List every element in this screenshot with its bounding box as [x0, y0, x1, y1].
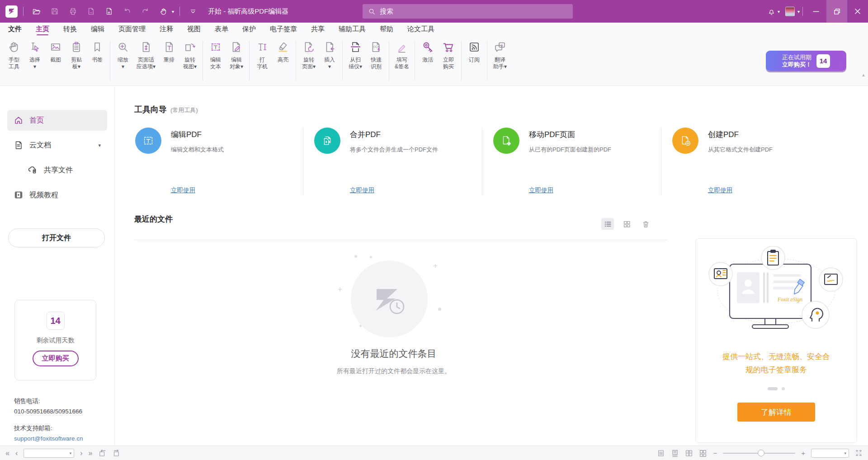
trial-caption: 剩余试用天数 [15, 337, 96, 345]
notifications-caret-icon[interactable]: ▾ [778, 9, 780, 14]
extract-page-icon[interactable] [83, 4, 99, 19]
minimize-button[interactable] [806, 0, 826, 23]
bookmark-button[interactable]: 书签 [87, 40, 108, 63]
menu-edit[interactable]: 编辑 [91, 25, 104, 33]
last-page-icon[interactable]: » [89, 450, 93, 457]
tool-card-merge-pdf[interactable]: 合并PDF 将多个文件合并生成一个PDF文件 立即使用 [303, 128, 482, 195]
snapshot-button[interactable]: 截图 [45, 40, 66, 63]
next-page-icon[interactable]: › [80, 450, 82, 457]
insert-pages-button[interactable]: 插入 ▾ [319, 40, 340, 70]
foxit-watermark-icon [368, 278, 410, 320]
open-file-button[interactable]: 打开文件 [8, 228, 105, 247]
menu-organize[interactable]: 页面管理 [118, 25, 146, 33]
use-now-link[interactable]: 立即使用 [350, 186, 374, 194]
zoom-slider[interactable] [723, 453, 795, 454]
chevron-down-icon[interactable]: ▾ [98, 142, 101, 148]
fit-page-button[interactable]: 页面适 应选项▾ [133, 40, 159, 70]
new-document-icon[interactable] [101, 4, 117, 19]
menu-view[interactable]: 视图 [187, 25, 201, 33]
menu-protect[interactable]: 保护 [242, 25, 256, 33]
trial-badge-line2: 立即购买！ [782, 61, 811, 68]
close-button[interactable] [847, 0, 868, 23]
previous-view-icon[interactable] [98, 449, 106, 457]
clear-recent-trash-button[interactable] [639, 218, 652, 230]
zoom-button[interactable]: 缩放 ▾ [113, 40, 133, 70]
menu-paper-tools[interactable]: 论文工具 [407, 25, 434, 33]
from-scanner-button[interactable]: 从扫 描仪▾ [345, 40, 366, 70]
fullscreen-icon[interactable] [855, 449, 863, 457]
menu-convert[interactable]: 转换 [63, 25, 77, 33]
zoom-out-button[interactable]: − [713, 449, 717, 457]
buy-now-pill-button[interactable]: 立即购买 [33, 351, 79, 366]
buy-now-button[interactable]: 立即 购买 [438, 40, 459, 70]
clipboard-button[interactable]: 剪贴 板▾ [66, 40, 87, 70]
menu-share[interactable]: 共享 [311, 25, 325, 33]
highlight-button[interactable]: 高亮 [273, 40, 293, 63]
print-icon[interactable] [65, 4, 80, 19]
divider [487, 41, 487, 81]
notifications-bell-icon[interactable] [764, 4, 779, 19]
menu-file[interactable]: 文件 [8, 25, 22, 33]
account-caret-icon[interactable]: ▾ [797, 9, 800, 14]
use-now-link[interactable]: 立即使用 [529, 186, 553, 194]
tool-card-create-pdf[interactable]: 创建PDF 从其它格式文件创建PDF 立即使用 [661, 128, 840, 195]
sidebar-item-home[interactable]: 首页 [7, 110, 107, 131]
menu-accessibility[interactable]: 辅助工具 [339, 25, 366, 33]
tool-card-move-pages[interactable]: 移动PDF页面 从已有的PDF页面创建新的PDF 立即使用 [482, 128, 661, 195]
carousel-dot-active[interactable] [768, 387, 778, 390]
page-number-combobox[interactable]: ▾ [24, 449, 74, 458]
first-page-icon[interactable]: « [5, 450, 9, 457]
facing-view-icon[interactable] [685, 449, 693, 457]
previous-page-icon[interactable]: ‹ [15, 450, 18, 457]
rotate-view-button[interactable]: 旋转 视图▾ [179, 40, 200, 70]
open-file-icon[interactable] [29, 4, 44, 19]
collapse-toolbar-icon[interactable] [185, 4, 201, 19]
carousel-dot[interactable] [782, 387, 785, 390]
search-box[interactable]: 搜索 [363, 4, 573, 19]
tool-card-edit-pdf[interactable]: 编辑PDF 编辑文档和文本格式 立即使用 [134, 128, 303, 195]
hand-tool-caret-icon[interactable]: ▾ [172, 9, 174, 14]
single-page-view-icon[interactable] [657, 449, 665, 457]
decoration-plus: + [338, 285, 342, 294]
ocr-button[interactable]: OCR 快速 识别 [366, 40, 387, 70]
typewriter-button[interactable]: 打 字机 [252, 40, 273, 70]
hand-tool-icon[interactable] [156, 4, 171, 19]
zoom-level-combobox[interactable]: ▾ [811, 449, 849, 458]
edit-text-button[interactable]: 编辑 文本 [205, 40, 226, 70]
menu-home[interactable]: 主页 [36, 25, 49, 33]
list-view-button[interactable] [601, 218, 614, 230]
scroll-up-icon[interactable]: ▲ [861, 72, 866, 77]
select-tool-button[interactable]: 选择 ▾ [24, 40, 45, 70]
sidebar-item-cloud-docs[interactable]: 云文档 ▾ [7, 135, 107, 156]
support-email-link[interactable]: support@foxitsoftware.cn [14, 433, 83, 444]
menu-comment[interactable]: 注释 [160, 25, 173, 33]
save-icon[interactable] [47, 4, 62, 19]
facing-continuous-view-icon[interactable] [699, 449, 707, 457]
restore-button[interactable] [826, 0, 847, 23]
continuous-view-icon[interactable] [671, 449, 679, 457]
sidebar-item-video-tutorials[interactable]: 视频教程 [7, 185, 107, 205]
zoom-slider-handle[interactable] [758, 450, 764, 456]
fill-sign-button[interactable]: 填写 &签名 [392, 40, 412, 70]
translate-assistant-button[interactable]: A 翻译 助手▾ [490, 40, 510, 70]
reflow-button[interactable]: 重排 [159, 40, 179, 63]
use-now-link[interactable]: 立即使用 [708, 186, 732, 194]
activate-button[interactable]: 激活 [417, 40, 438, 63]
sidebar-item-shared-files[interactable]: 共享文件 [7, 160, 107, 180]
learn-more-button[interactable]: 了解详情 [737, 403, 815, 422]
rotate-pages-button[interactable]: 旋转 页面▾ [298, 40, 319, 70]
subscribe-button[interactable]: 订阅 [464, 40, 485, 63]
avatar[interactable] [785, 7, 795, 16]
redo-icon[interactable] [137, 4, 153, 19]
undo-icon[interactable] [119, 4, 135, 19]
menu-help[interactable]: 帮助 [380, 25, 393, 33]
menu-form[interactable]: 表单 [215, 25, 228, 33]
zoom-in-button[interactable]: + [801, 449, 805, 457]
menu-esign[interactable]: 电子签章 [270, 25, 297, 33]
trial-badge[interactable]: 正在试用期 立即购买！ 14 [766, 51, 846, 71]
use-now-link[interactable]: 立即使用 [171, 186, 195, 194]
grid-view-button[interactable] [620, 218, 633, 230]
hand-tool-button[interactable]: 手型 工具 [4, 40, 24, 70]
next-view-icon[interactable] [112, 449, 120, 457]
edit-object-button[interactable]: 编辑 对象▾ [226, 40, 247, 70]
